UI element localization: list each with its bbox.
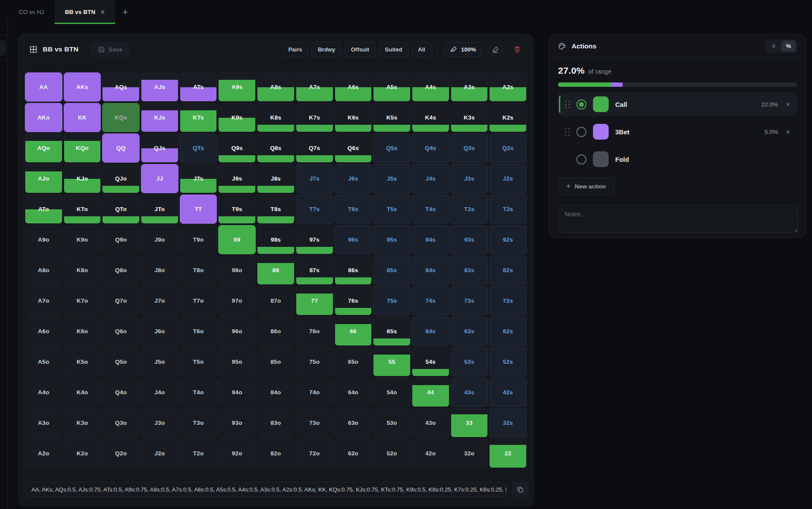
grid-cell-AQs[interactable]: AQs: [102, 72, 140, 102]
grid-cell-J8s[interactable]: J8s: [257, 164, 295, 193]
grid-cell-JJ[interactable]: JJ: [141, 164, 178, 193]
grid-cell-82o[interactable]: 82o: [257, 439, 295, 468]
grid-cell-QTs[interactable]: QTs: [180, 133, 217, 163]
action-swatch[interactable]: [593, 96, 609, 112]
grid-cell-A9o[interactable]: A9o: [25, 225, 62, 254]
grid-cell-Q4o[interactable]: Q4o: [102, 378, 140, 407]
grid-cell-A6o[interactable]: A6o: [25, 317, 62, 346]
grid-cell-52s[interactable]: 52s: [489, 347, 527, 376]
remove-action-icon[interactable]: ×: [786, 128, 790, 136]
grid-cell-T6o[interactable]: T6o: [180, 317, 217, 346]
grid-cell-QJo[interactable]: QJo: [102, 164, 140, 193]
grid-cell-Q7o[interactable]: Q7o: [102, 286, 140, 315]
grid-cell-Q5o[interactable]: Q5o: [102, 347, 140, 376]
grid-cell-Q6o[interactable]: Q6o: [102, 317, 140, 346]
drag-handle-icon[interactable]: [565, 128, 570, 136]
grid-cell-88[interactable]: 88: [257, 256, 295, 285]
grid-cell-Q8s[interactable]: Q8s: [257, 133, 295, 163]
new-action-button[interactable]: + New action: [558, 178, 614, 195]
grid-cell-T8o[interactable]: T8o: [180, 256, 217, 285]
action-radio[interactable]: [576, 127, 586, 137]
grid-cell-J4s[interactable]: J4s: [412, 164, 449, 193]
grid-cell-72s[interactable]: 72s: [489, 286, 527, 315]
grid-cell-73o[interactable]: 73o: [296, 408, 333, 437]
range-string-field[interactable]: AA, AKs, AQs:0.5, AJs:0.75, ATs:0.5, A9s…: [25, 482, 507, 497]
grid-cell-J5o[interactable]: J5o: [141, 347, 178, 376]
grid-cell-T6s[interactable]: T6s: [335, 195, 372, 224]
grid-cell-A3o[interactable]: A3o: [25, 408, 62, 437]
sidebar-stub-button[interactable]: [0, 41, 6, 55]
grid-cell-QTo[interactable]: QTo: [102, 195, 140, 224]
grid-cell-83o[interactable]: 83o: [257, 408, 295, 437]
grid-cell-J9s[interactable]: J9s: [218, 164, 256, 193]
grid-cell-T2o[interactable]: T2o: [180, 439, 217, 468]
grid-cell-98s[interactable]: 98s: [257, 225, 295, 254]
grid-cell-K9o[interactable]: K9o: [64, 225, 101, 254]
grid-cell-99[interactable]: 99: [218, 225, 256, 254]
grid-cell-94s[interactable]: 94s: [412, 225, 449, 254]
grid-cell-T3o[interactable]: T3o: [180, 408, 217, 437]
delete-range-button[interactable]: [508, 41, 526, 57]
tab-co-vs-hj[interactable]: CO vs HJ: [8, 0, 55, 24]
grid-cell-QJs[interactable]: QJs: [141, 133, 178, 163]
save-button[interactable]: Save: [91, 42, 130, 57]
grid-cell-T7o[interactable]: T7o: [180, 286, 217, 315]
grid-cell-KK[interactable]: KK: [64, 103, 101, 132]
grid-cell-72o[interactable]: 72o: [296, 439, 333, 468]
grid-cell-A3s[interactable]: A3s: [451, 72, 488, 102]
grid-cell-Q5s[interactable]: Q5s: [373, 133, 411, 163]
grid-cell-TT[interactable]: TT: [180, 195, 217, 224]
grid-cell-Q7s[interactable]: Q7s: [296, 133, 333, 163]
grid-cell-AJo[interactable]: AJo: [25, 164, 62, 193]
grid-cell-JTo[interactable]: JTo: [141, 195, 178, 224]
grid-cell-T5o[interactable]: T5o: [180, 347, 217, 376]
grid-cell-JTs[interactable]: JTs: [180, 164, 217, 193]
grid-cell-T9s[interactable]: T9s: [218, 195, 256, 224]
grid-cell-K3s[interactable]: K3s: [451, 103, 488, 132]
grid-cell-T3s[interactable]: T3s: [451, 195, 488, 224]
remove-action-icon[interactable]: ×: [786, 101, 790, 108]
grid-cell-82s[interactable]: 82s: [489, 256, 527, 285]
grid-cell-74s[interactable]: 74s: [412, 286, 449, 315]
grid-cell-62s[interactable]: 62s: [489, 317, 527, 346]
grid-cell-KQs[interactable]: KQs: [102, 103, 140, 132]
drag-handle-icon[interactable]: [565, 101, 570, 108]
grid-cell-A5o[interactable]: A5o: [25, 347, 62, 376]
grid-cell-75o[interactable]: 75o: [296, 347, 333, 376]
grid-cell-A5s[interactable]: A5s: [373, 72, 411, 102]
grid-cell-A9s[interactable]: A9s: [218, 72, 256, 102]
grid-cell-K2o[interactable]: K2o: [64, 439, 101, 468]
filter-offsuit[interactable]: Offsuit: [345, 42, 375, 57]
grid-cell-Q8o[interactable]: Q8o: [102, 256, 140, 285]
grid-cell-44[interactable]: 44: [412, 378, 449, 407]
grid-cell-43s[interactable]: 43s: [451, 378, 488, 407]
grid-cell-KTs[interactable]: KTs: [180, 103, 217, 132]
grid-cell-64o[interactable]: 64o: [335, 378, 372, 407]
grid-cell-32o[interactable]: 32o: [451, 439, 488, 468]
grid-cell-Q4s[interactable]: Q4s: [412, 133, 449, 163]
grid-cell-J5s[interactable]: J5s: [373, 164, 411, 193]
filter-suited[interactable]: Suited: [379, 42, 408, 57]
grid-cell-Q9o[interactable]: Q9o: [102, 225, 140, 254]
action-swatch[interactable]: [593, 151, 609, 167]
grid-cell-J6o[interactable]: J6o: [141, 317, 178, 346]
action-row-fold[interactable]: Fold ×: [558, 147, 797, 171]
grid-cell-A7o[interactable]: A7o: [25, 286, 62, 315]
grid-cell-54o[interactable]: 54o: [373, 378, 411, 407]
grid-cell-54s[interactable]: 54s: [412, 347, 449, 376]
grid-cell-J9o[interactable]: J9o: [141, 225, 178, 254]
grid-cell-J6s[interactable]: J6s: [335, 164, 372, 193]
grid-cell-53s[interactable]: 53s: [451, 347, 488, 376]
grid-cell-92s[interactable]: 92s: [489, 225, 527, 254]
grid-cell-84o[interactable]: 84o: [257, 378, 295, 407]
grid-cell-J8o[interactable]: J8o: [141, 256, 178, 285]
grid-cell-J2s[interactable]: J2s: [489, 164, 527, 193]
grid-cell-J7s[interactable]: J7s: [296, 164, 333, 193]
grid-cell-T9o[interactable]: T9o: [180, 225, 217, 254]
grid-cell-K5o[interactable]: K5o: [64, 347, 101, 376]
grid-cell-K9s[interactable]: K9s: [218, 103, 256, 132]
grid-cell-77[interactable]: 77: [296, 286, 333, 315]
toggle-percent[interactable]: %: [781, 41, 796, 52]
grid-cell-73s[interactable]: 73s: [451, 286, 488, 315]
grid-cell-62o[interactable]: 62o: [335, 439, 372, 468]
